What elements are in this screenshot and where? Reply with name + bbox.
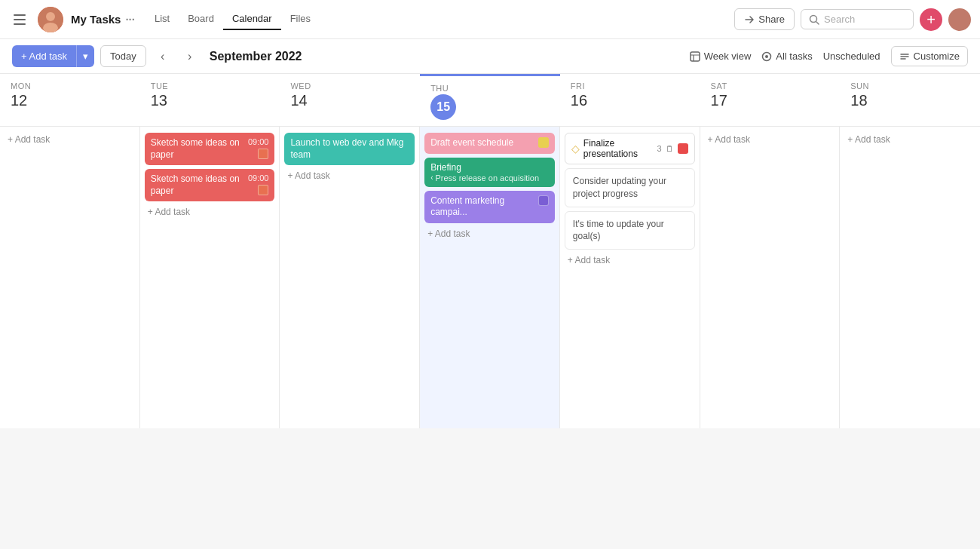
- tab-list[interactable]: List: [145, 8, 179, 30]
- day-header-sat: SAT 17: [700, 74, 841, 126]
- day-col-sun: + Add task: [840, 127, 980, 428]
- hamburger-menu-button[interactable]: [9, 9, 30, 30]
- week-view-button[interactable]: Week view: [690, 51, 752, 62]
- task-briefing[interactable]: Briefing ‹ Press release on acquisition: [424, 158, 555, 187]
- day-header-mon: MON 12: [0, 74, 140, 126]
- task-finalize-presentations[interactable]: ◇ Finalize presentations 3 🗒: [565, 133, 695, 164]
- finalize-subtask-icon: 🗒: [666, 144, 674, 153]
- add-task-thu[interactable]: + Add task: [424, 227, 555, 241]
- title-menu-icon[interactable]: ···: [125, 13, 135, 26]
- day-header-fri: FRI 16: [560, 74, 700, 126]
- add-task-wed[interactable]: + Add task: [284, 169, 415, 182]
- day-col-fri: ◇ Finalize presentations 3 🗒 Consider up…: [560, 127, 700, 428]
- briefing-sub-text: Press release on acquisition: [435, 173, 539, 182]
- day-col-sat: + Add task: [700, 127, 841, 428]
- task-draft-event[interactable]: Draft event schedule: [424, 133, 555, 154]
- add-task-mon[interactable]: + Add task: [5, 133, 135, 146]
- task-update-goals[interactable]: It's time to update your goal(s): [565, 211, 695, 250]
- user-avatar-small[interactable]: [948, 8, 971, 31]
- calendar-body: + Add task Sketch some ideas on paper 09…: [0, 127, 980, 428]
- share-button[interactable]: Share: [734, 8, 795, 30]
- user-avatar[interactable]: [38, 7, 63, 32]
- add-task-button-group: + Add task ▾: [12, 45, 94, 67]
- calendar-day-headers: MON 12 TUE 13 WED 14 THU 15 FRI 16 SAT 1…: [0, 74, 980, 127]
- unscheduled-button[interactable]: Unscheduled: [823, 51, 880, 62]
- calendar-container: MON 12 TUE 13 WED 14 THU 15 FRI 16 SAT 1…: [0, 74, 980, 428]
- task-content-marketing[interactable]: Content marketing campai...: [424, 191, 555, 223]
- task-launch[interactable]: Launch to web dev and Mkg team: [284, 133, 415, 165]
- prev-week-button[interactable]: ‹: [152, 46, 173, 67]
- task-consider-updating[interactable]: Consider updating your project progress: [565, 168, 695, 207]
- tab-files[interactable]: Files: [281, 8, 320, 30]
- svg-point-4: [46, 12, 55, 21]
- current-month-title: September 2022: [210, 50, 302, 63]
- add-task-dropdown-button[interactable]: ▾: [76, 45, 94, 67]
- add-task-button[interactable]: + Add task: [12, 45, 76, 67]
- finalize-badge: 3: [657, 144, 661, 153]
- svg-rect-7: [691, 52, 700, 61]
- day-header-wed: WED 14: [280, 74, 420, 126]
- svg-point-6: [810, 15, 817, 22]
- toolbar-right-actions: Week view All tasks Unscheduled Customiz…: [690, 46, 968, 66]
- nav-right-actions: Share Search +: [734, 8, 971, 31]
- today-button[interactable]: Today: [100, 45, 146, 67]
- add-task-sun[interactable]: + Add task: [844, 133, 975, 146]
- svg-rect-0: [14, 14, 26, 16]
- day-col-tue: Sketch some ideas on paper 09:00 Sketch …: [140, 127, 280, 428]
- view-tabs: List Board Calendar Files: [145, 8, 320, 30]
- customize-button[interactable]: Customize: [891, 46, 968, 66]
- tab-calendar[interactable]: Calendar: [223, 8, 281, 30]
- page-title: My Tasks ···: [71, 13, 135, 26]
- add-task-tue[interactable]: + Add task: [145, 205, 275, 219]
- task-sketch-2[interactable]: Sketch some ideas on paper 09:00: [145, 169, 275, 201]
- svg-point-9: [765, 55, 768, 58]
- day-header-sun: SUN 18: [840, 74, 980, 126]
- day-header-thu: THU 15: [420, 74, 560, 126]
- create-new-button[interactable]: +: [920, 8, 942, 31]
- calendar-toolbar: + Add task ▾ Today ‹ › September 2022 We…: [0, 39, 980, 74]
- task-sketch-1[interactable]: Sketch some ideas on paper 09:00: [145, 133, 275, 165]
- tab-board[interactable]: Board: [179, 8, 223, 30]
- all-tasks-button[interactable]: All tasks: [761, 51, 812, 62]
- day-col-thu: Draft event schedule Briefing ‹ Press re…: [420, 127, 560, 428]
- day-col-mon: + Add task: [0, 127, 140, 428]
- day-header-tue: TUE 13: [140, 74, 280, 126]
- finalize-color-badge: [678, 143, 688, 154]
- next-week-button[interactable]: ›: [179, 46, 201, 67]
- add-task-fri[interactable]: + Add task: [565, 253, 695, 267]
- search-bar[interactable]: Search: [801, 9, 914, 29]
- svg-rect-1: [14, 19, 26, 20]
- add-task-sat[interactable]: + Add task: [705, 133, 835, 146]
- diamond-icon: ◇: [571, 143, 580, 155]
- day-col-wed: Launch to web dev and Mkg team + Add tas…: [280, 127, 420, 428]
- top-navigation: My Tasks ··· List Board Calendar Files S…: [0, 0, 980, 39]
- svg-rect-2: [14, 23, 26, 25]
